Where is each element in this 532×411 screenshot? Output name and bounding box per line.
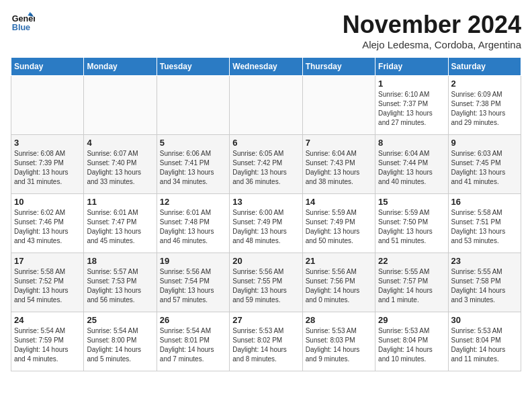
- header-sunday: Sunday: [11, 58, 84, 76]
- day-info: Sunrise: 5:57 AM Sunset: 7:53 PM Dayligh…: [87, 267, 153, 305]
- day-info: Sunrise: 5:54 AM Sunset: 8:01 PM Dayligh…: [160, 326, 226, 364]
- day-number: 4: [87, 138, 153, 148]
- calendar-cell: 28Sunrise: 5:53 AM Sunset: 8:03 PM Dayli…: [302, 312, 375, 371]
- calendar-cell: 24Sunrise: 5:54 AM Sunset: 7:59 PM Dayli…: [11, 312, 84, 371]
- calendar-table: SundayMondayTuesdayWednesdayThursdayFrid…: [11, 57, 521, 371]
- calendar-cell: 25Sunrise: 5:54 AM Sunset: 8:00 PM Dayli…: [84, 312, 157, 371]
- header-saturday: Saturday: [448, 58, 521, 76]
- location-subtitle: Alejo Ledesma, Cordoba, Argentina: [343, 39, 521, 50]
- day-info: Sunrise: 5:56 AM Sunset: 7:56 PM Dayligh…: [306, 267, 372, 305]
- svg-text:Blue: Blue: [12, 23, 30, 32]
- day-number: 26: [160, 315, 226, 325]
- day-info: Sunrise: 6:05 AM Sunset: 7:42 PM Dayligh…: [232, 149, 299, 187]
- day-number: 22: [378, 256, 445, 266]
- day-number: 18: [87, 256, 153, 266]
- calendar-cell: 16Sunrise: 5:58 AM Sunset: 7:51 PM Dayli…: [448, 194, 521, 253]
- day-info: Sunrise: 5:55 AM Sunset: 7:57 PM Dayligh…: [378, 267, 445, 305]
- day-info: Sunrise: 6:09 AM Sunset: 7:38 PM Dayligh…: [451, 90, 518, 128]
- calendar-cell: 22Sunrise: 5:55 AM Sunset: 7:57 PM Dayli…: [375, 253, 448, 312]
- day-info: Sunrise: 6:07 AM Sunset: 7:40 PM Dayligh…: [87, 149, 153, 187]
- calendar-cell: 29Sunrise: 5:53 AM Sunset: 8:04 PM Dayli…: [375, 312, 448, 371]
- calendar-cell: 23Sunrise: 5:55 AM Sunset: 7:58 PM Dayli…: [448, 253, 521, 312]
- calendar-cell: 15Sunrise: 5:59 AM Sunset: 7:50 PM Dayli…: [375, 194, 448, 253]
- day-number: 2: [451, 79, 518, 89]
- logo-icon: General Blue: [11, 11, 35, 35]
- day-info: Sunrise: 5:56 AM Sunset: 7:54 PM Dayligh…: [160, 267, 226, 305]
- calendar-cell: 8Sunrise: 6:04 AM Sunset: 7:44 PM Daylig…: [375, 135, 448, 194]
- calendar-cell: 27Sunrise: 5:53 AM Sunset: 8:02 PM Dayli…: [230, 312, 302, 371]
- day-info: Sunrise: 5:54 AM Sunset: 7:59 PM Dayligh…: [14, 326, 81, 364]
- day-number: 28: [306, 315, 372, 325]
- calendar-cell: 21Sunrise: 5:56 AM Sunset: 7:56 PM Dayli…: [302, 253, 375, 312]
- day-number: 9: [451, 138, 518, 148]
- day-info: Sunrise: 6:06 AM Sunset: 7:41 PM Dayligh…: [160, 149, 226, 187]
- calendar-week-row: 24Sunrise: 5:54 AM Sunset: 7:59 PM Dayli…: [11, 312, 521, 371]
- calendar-cell: 30Sunrise: 5:53 AM Sunset: 8:04 PM Dayli…: [448, 312, 521, 371]
- day-info: Sunrise: 5:53 AM Sunset: 8:03 PM Dayligh…: [306, 326, 372, 364]
- day-info: Sunrise: 5:58 AM Sunset: 7:51 PM Dayligh…: [451, 208, 518, 246]
- day-info: Sunrise: 6:04 AM Sunset: 7:43 PM Dayligh…: [306, 149, 372, 187]
- day-info: Sunrise: 5:53 AM Sunset: 8:02 PM Dayligh…: [232, 326, 299, 364]
- day-number: 6: [232, 138, 299, 148]
- day-number: 5: [160, 138, 226, 148]
- day-number: 7: [306, 138, 372, 148]
- day-number: 3: [14, 138, 81, 148]
- page-header: General Blue November 2024 Alejo Ledesma…: [11, 11, 521, 50]
- calendar-week-row: 17Sunrise: 5:58 AM Sunset: 7:52 PM Dayli…: [11, 253, 521, 312]
- day-number: 23: [451, 256, 518, 266]
- calendar-cell: [302, 76, 375, 135]
- calendar-cell: 12Sunrise: 6:01 AM Sunset: 7:48 PM Dayli…: [157, 194, 229, 253]
- calendar-cell: 5Sunrise: 6:06 AM Sunset: 7:41 PM Daylig…: [157, 135, 229, 194]
- day-info: Sunrise: 6:08 AM Sunset: 7:39 PM Dayligh…: [14, 149, 81, 187]
- calendar-week-row: 1Sunrise: 6:10 AM Sunset: 7:37 PM Daylig…: [11, 76, 521, 135]
- calendar-cell: 6Sunrise: 6:05 AM Sunset: 7:42 PM Daylig…: [230, 135, 302, 194]
- day-info: Sunrise: 6:10 AM Sunset: 7:37 PM Dayligh…: [378, 90, 445, 128]
- calendar-cell: 17Sunrise: 5:58 AM Sunset: 7:52 PM Dayli…: [11, 253, 84, 312]
- header-wednesday: Wednesday: [230, 58, 302, 76]
- day-info: Sunrise: 5:54 AM Sunset: 8:00 PM Dayligh…: [87, 326, 153, 364]
- calendar-cell: [84, 76, 157, 135]
- day-number: 24: [14, 315, 81, 325]
- calendar-cell: 26Sunrise: 5:54 AM Sunset: 8:01 PM Dayli…: [157, 312, 229, 371]
- day-info: Sunrise: 5:59 AM Sunset: 7:50 PM Dayligh…: [378, 208, 445, 246]
- day-info: Sunrise: 5:53 AM Sunset: 8:04 PM Dayligh…: [451, 326, 518, 364]
- day-info: Sunrise: 6:04 AM Sunset: 7:44 PM Dayligh…: [378, 149, 445, 187]
- calendar-cell: 13Sunrise: 6:00 AM Sunset: 7:49 PM Dayli…: [230, 194, 302, 253]
- calendar-cell: [11, 76, 84, 135]
- day-info: Sunrise: 5:55 AM Sunset: 7:58 PM Dayligh…: [451, 267, 518, 305]
- header-tuesday: Tuesday: [157, 58, 229, 76]
- day-number: 11: [87, 197, 153, 207]
- day-number: 30: [451, 315, 518, 325]
- day-number: 20: [232, 256, 299, 266]
- day-number: 29: [378, 315, 445, 325]
- day-number: 21: [306, 256, 372, 266]
- day-info: Sunrise: 5:58 AM Sunset: 7:52 PM Dayligh…: [14, 267, 81, 305]
- day-number: 14: [306, 197, 372, 207]
- day-info: Sunrise: 6:01 AM Sunset: 7:47 PM Dayligh…: [87, 208, 153, 246]
- day-number: 10: [14, 197, 81, 207]
- calendar-cell: 18Sunrise: 5:57 AM Sunset: 7:53 PM Dayli…: [84, 253, 157, 312]
- header-monday: Monday: [84, 58, 157, 76]
- day-info: Sunrise: 6:01 AM Sunset: 7:48 PM Dayligh…: [160, 208, 226, 246]
- day-number: 16: [451, 197, 518, 207]
- day-info: Sunrise: 6:03 AM Sunset: 7:45 PM Dayligh…: [451, 149, 518, 187]
- calendar-cell: 4Sunrise: 6:07 AM Sunset: 7:40 PM Daylig…: [84, 135, 157, 194]
- month-title: November 2024: [343, 11, 521, 39]
- day-info: Sunrise: 5:53 AM Sunset: 8:04 PM Dayligh…: [378, 326, 445, 364]
- calendar-cell: 7Sunrise: 6:04 AM Sunset: 7:43 PM Daylig…: [302, 135, 375, 194]
- day-number: 27: [232, 315, 299, 325]
- calendar-cell: 3Sunrise: 6:08 AM Sunset: 7:39 PM Daylig…: [11, 135, 84, 194]
- calendar-cell: 11Sunrise: 6:01 AM Sunset: 7:47 PM Dayli…: [84, 194, 157, 253]
- day-number: 8: [378, 138, 445, 148]
- calendar-cell: 14Sunrise: 5:59 AM Sunset: 7:49 PM Dayli…: [302, 194, 375, 253]
- day-info: Sunrise: 5:59 AM Sunset: 7:49 PM Dayligh…: [306, 208, 372, 246]
- day-number: 15: [378, 197, 445, 207]
- calendar-cell: [157, 76, 229, 135]
- calendar-cell: 2Sunrise: 6:09 AM Sunset: 7:38 PM Daylig…: [448, 76, 521, 135]
- day-number: 19: [160, 256, 226, 266]
- day-info: Sunrise: 6:00 AM Sunset: 7:49 PM Dayligh…: [232, 208, 299, 246]
- day-number: 12: [160, 197, 226, 207]
- calendar-cell: 10Sunrise: 6:02 AM Sunset: 7:46 PM Dayli…: [11, 194, 84, 253]
- calendar-cell: [230, 76, 302, 135]
- calendar-week-row: 3Sunrise: 6:08 AM Sunset: 7:39 PM Daylig…: [11, 135, 521, 194]
